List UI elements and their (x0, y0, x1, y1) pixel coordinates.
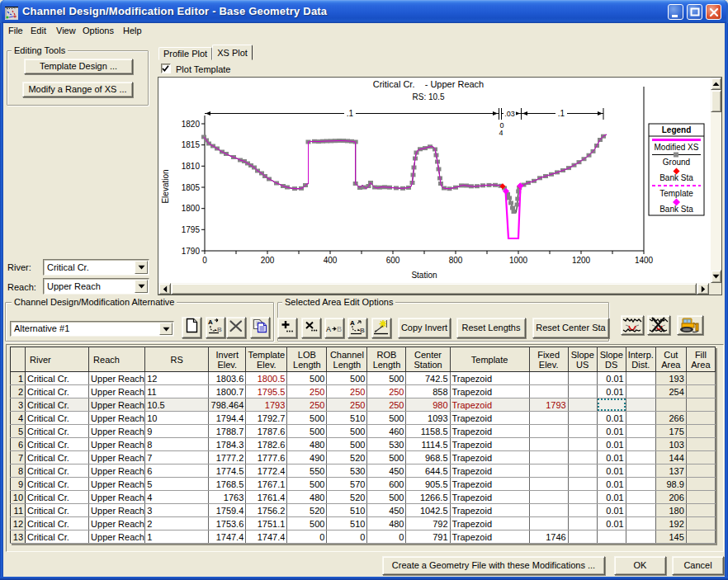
svg-text:Bank Sta: Bank Sta (659, 205, 693, 214)
svg-text:Elevation: Elevation (161, 169, 170, 203)
svg-text:B: B (337, 325, 342, 333)
svg-text:1200: 1200 (572, 256, 591, 265)
svg-text:600: 600 (386, 256, 400, 265)
svg-text:1805: 1805 (182, 183, 201, 192)
svg-text:1790: 1790 (182, 247, 201, 256)
svg-text:1400: 1400 (635, 256, 654, 265)
svg-text:1820: 1820 (182, 120, 201, 129)
svg-text:.1: .1 (558, 109, 565, 118)
svg-text:RS: 10.5: RS: 10.5 (413, 92, 445, 101)
svg-text:1810: 1810 (182, 162, 201, 171)
svg-text:B: B (217, 326, 222, 333)
svg-text:400: 400 (324, 256, 338, 265)
svg-text:Critical Cr. - Upper Reach: Critical Cr. - Upper Reach (373, 79, 484, 89)
svg-text:Station: Station (411, 271, 437, 280)
svg-text:A: A (208, 318, 213, 326)
svg-text:800: 800 (449, 256, 463, 265)
svg-text:Modified XS: Modified XS (655, 143, 699, 152)
svg-text:Bank Sta: Bank Sta (659, 173, 693, 182)
svg-text:.03: .03 (504, 110, 515, 118)
svg-text:A: A (350, 319, 355, 327)
svg-text:1800: 1800 (182, 204, 201, 213)
svg-text:1795: 1795 (182, 225, 201, 234)
svg-text:1815: 1815 (182, 140, 201, 149)
svg-text:4: 4 (499, 129, 503, 137)
svg-text:0: 0 (202, 256, 207, 265)
svg-text:.1: .1 (347, 109, 354, 118)
svg-text:Legend: Legend (662, 125, 692, 134)
svg-text:B: B (360, 327, 365, 334)
svg-text:1000: 1000 (509, 256, 528, 265)
svg-text:Template: Template (659, 189, 693, 198)
svg-text:Ground: Ground (663, 158, 690, 167)
svg-text:A: A (326, 325, 331, 333)
svg-text:200: 200 (261, 256, 275, 265)
